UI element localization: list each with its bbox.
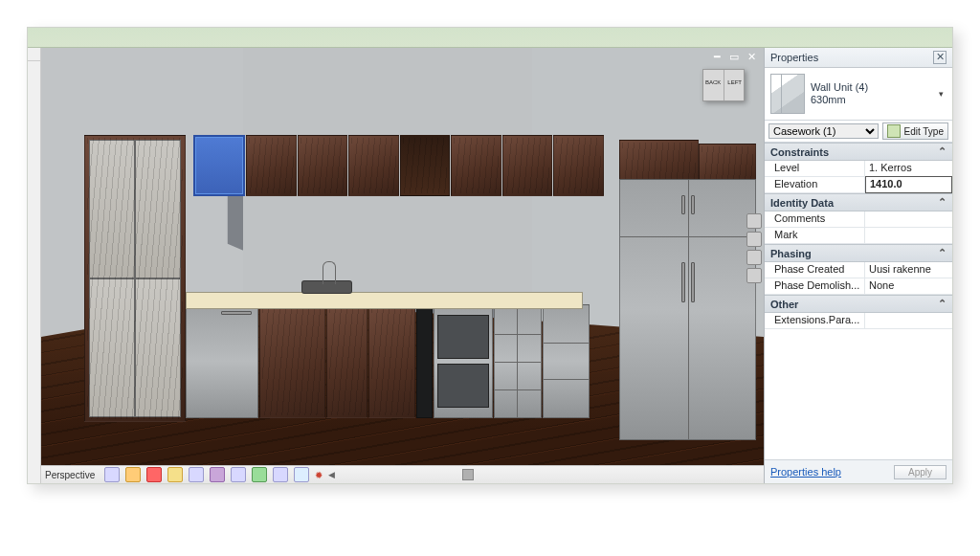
view-3d-panel[interactable]: ━ ▭ ✕ [41,48,764,483]
drawer-stack[interactable] [494,304,541,417]
collapse-icon[interactable]: ⌃ [938,298,947,310]
wall-unit[interactable] [298,135,348,196]
type-preview-icon [770,74,805,114]
group-header-constraints[interactable]: Constraints ⌃ [765,143,952,161]
prop-row-phase-created[interactable]: Phase Created Uusi rakenne [765,262,952,278]
navigation-bar [746,213,762,286]
param-value[interactable] [865,211,952,227]
detail-level-icon[interactable] [125,467,141,482]
close-panel-icon[interactable]: ✕ [933,51,947,64]
param-value[interactable]: Uusi rakenne [865,262,952,278]
properties-help-link[interactable]: Properties help [770,466,841,478]
properties-grid[interactable]: Constraints ⌃ Level 1. Kerros Elevation … [765,143,952,459]
close-icon[interactable]: ✕ [745,52,758,63]
collapse-icon[interactable]: ⌃ [938,247,947,259]
drawer-stack[interactable] [543,304,590,417]
wall-unit[interactable] [451,135,501,196]
param-name: Elevation [765,177,865,192]
base-unit[interactable] [259,304,325,417]
wall-unit[interactable] [502,135,553,196]
properties-header: Properties ✕ [765,48,952,68]
base-cabinets [186,304,590,417]
group-title: Identity Data [770,197,834,209]
crop-region-icon[interactable] [252,467,267,482]
chevron-down-icon[interactable]: ▾ [935,89,947,99]
cooktop[interactable] [416,304,433,417]
zoom-icon[interactable] [746,250,762,265]
wall-unit[interactable] [553,135,604,196]
param-value[interactable]: 1. Kerros [865,161,952,176]
wall-unit[interactable] [348,135,399,196]
properties-title: Properties [770,52,818,63]
view-window-controls: ━ ▭ ✕ [710,52,758,63]
prop-row-phase-demolished[interactable]: Phase Demolish... None [765,278,952,295]
countertop [186,292,583,309]
sun-path-icon[interactable] [167,467,183,482]
param-value[interactable] [865,228,952,243]
properties-panel: Properties ✕ Wall Unit (4) 630mm ▾ Casew… [764,48,952,483]
orbit-icon[interactable] [746,268,762,283]
upper-cabinets [193,135,605,196]
edit-type-label: Edit Type [903,126,944,137]
type-name: 630mm [811,94,846,105]
double-oven[interactable] [434,304,494,417]
viewcube-face: LEFT [727,79,742,85]
param-name: Extensions.Para... [765,313,865,328]
param-name: Phase Demolish... [765,278,865,294]
group-title: Other [770,299,798,310]
param-name: Comments [765,211,865,227]
param-value[interactable]: None [865,278,952,294]
wall-unit[interactable] [246,135,297,196]
prop-row-level[interactable]: Level 1. Kerros [765,161,952,177]
tall-cabinet[interactable] [84,135,186,422]
workspace: ━ ▭ ✕ [28,48,952,483]
type-text: Wall Unit (4) 630mm [811,81,929,106]
base-unit[interactable] [326,304,367,417]
wall-unit-selected[interactable] [193,135,246,196]
type-selector[interactable]: Wall Unit (4) 630mm ▾ [765,68,952,121]
minimize-icon[interactable]: ━ [710,52,724,63]
pan-icon[interactable] [746,232,762,247]
prop-row-mark[interactable]: Mark [765,228,952,244]
visual-style-icon[interactable] [146,467,162,482]
param-value[interactable]: 1410.0 [865,176,952,193]
apply-button[interactable]: Apply [894,465,947,479]
rendering-icon[interactable] [210,467,225,482]
scale-icon[interactable] [104,467,120,482]
group-header-identity[interactable]: Identity Data ⌃ [765,193,952,211]
param-name: Phase Created [765,262,865,278]
scrollbar-thumb[interactable] [462,469,474,480]
viewbar-prev-icon[interactable]: ◀ [328,470,335,479]
category-selector[interactable]: Casework (1) [768,123,879,139]
view-cube[interactable]: BACK LEFT [702,69,745,101]
group-header-other[interactable]: Other ⌃ [765,295,952,313]
collapse-icon[interactable]: ⌃ [938,145,947,158]
collapse-icon[interactable]: ⌃ [938,196,947,209]
dishwasher[interactable] [186,304,258,417]
view-control-bar: Perspective ✹ ◀ [41,465,764,483]
left-scrollbar[interactable] [28,48,41,483]
lock-3d-icon[interactable] [273,467,288,482]
prop-row-elevation[interactable]: Elevation 1410.0 [765,177,952,193]
faucet [323,261,335,284]
viewcube-face: BACK [705,79,721,85]
prop-row-extensions[interactable]: Extensions.Para... [765,313,952,329]
wall-unit-open[interactable] [400,135,451,196]
prop-row-comments[interactable]: Comments [765,211,952,228]
group-title: Phasing [770,248,812,259]
shadows-icon[interactable] [189,467,204,482]
corner-unit[interactable] [368,304,415,417]
crop-view-icon[interactable] [231,467,246,482]
edit-type-button[interactable]: Edit Type [882,122,948,140]
temp-hide-icon[interactable] [294,467,309,482]
edit-type-icon [887,124,901,138]
steering-wheel-icon[interactable] [746,213,762,229]
refrigerator[interactable] [619,179,756,440]
group-header-phasing[interactable]: Phasing ⌃ [765,244,952,262]
kitchen-scene [41,48,764,483]
category-row: Casework (1) Edit Type [765,121,952,143]
param-name: Level [765,161,865,176]
reveal-hidden-icon[interactable]: ✹ [315,470,323,480]
param-value[interactable] [865,313,952,328]
maximize-icon[interactable]: ▭ [727,52,741,63]
